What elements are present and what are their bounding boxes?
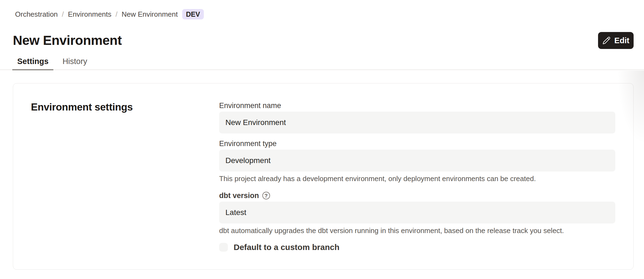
edit-button-label: Edit	[614, 36, 630, 45]
breadcrumb: Orchestration / Environments / New Envir…	[0, 0, 644, 19]
environment-name-label: Environment name	[219, 101, 615, 110]
custom-branch-checkbox[interactable]	[219, 243, 228, 252]
breadcrumb-separator: /	[62, 9, 64, 19]
card-section-column: Environment settings	[31, 101, 219, 269]
custom-branch-row: Default to a custom branch	[219, 243, 615, 252]
environment-page: Orchestration / Environments / New Envir…	[0, 0, 644, 279]
page-header: New Environment Edit	[0, 32, 644, 49]
dbt-version-label: dbt version	[219, 191, 259, 200]
tab-history[interactable]: History	[57, 55, 92, 70]
custom-branch-label: Default to a custom branch	[234, 243, 340, 252]
environment-type-helper-text: This project already has a development e…	[219, 174, 615, 183]
environment-settings-card: Environment settings Environment name En…	[13, 83, 634, 270]
tab-settings-label: Settings	[17, 57, 48, 66]
dbt-version-helper-text: dbt automatically upgrades the dbt versi…	[219, 226, 615, 235]
environment-settings-form: Environment name Environment type This p…	[219, 101, 615, 269]
environment-type-input[interactable]	[219, 150, 615, 172]
environment-name-input[interactable]	[219, 112, 615, 133]
dbt-version-label-row: dbt version ?	[219, 191, 615, 200]
breadcrumb-item-new-environment: New Environment	[122, 9, 178, 19]
environment-type-label: Environment type	[219, 139, 615, 148]
edit-button[interactable]: Edit	[598, 32, 634, 49]
dbt-version-input[interactable]	[219, 202, 615, 223]
environment-type-badge: DEV	[182, 9, 204, 19]
tab-bar: Settings History	[0, 55, 644, 70]
breadcrumb-item-environments[interactable]: Environments	[68, 9, 111, 19]
section-title: Environment settings	[31, 101, 219, 114]
tab-settings[interactable]: Settings	[12, 55, 53, 70]
page-title: New Environment	[13, 32, 122, 49]
question-circle-icon[interactable]: ?	[262, 192, 270, 199]
breadcrumb-item-orchestration[interactable]: Orchestration	[15, 9, 58, 19]
pencil-icon	[602, 36, 611, 45]
tab-history-label: History	[62, 57, 87, 66]
breadcrumb-separator: /	[115, 9, 117, 19]
